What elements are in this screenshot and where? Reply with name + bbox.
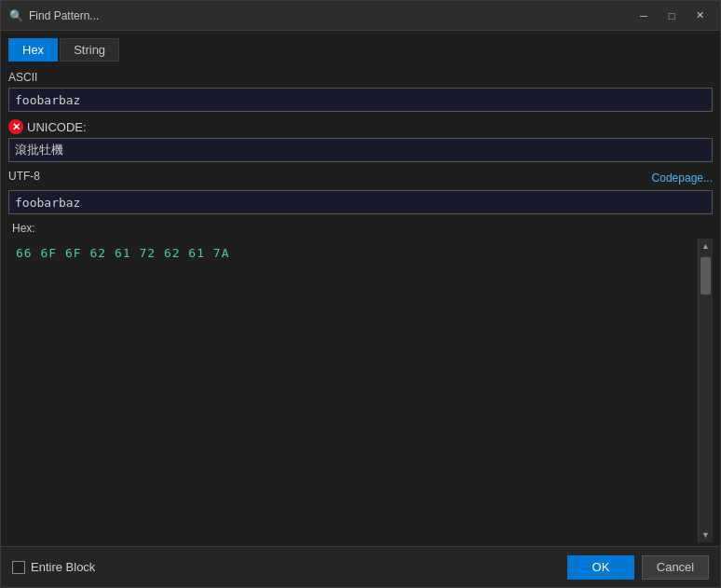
cancel-button[interactable]: Cancel	[642, 555, 709, 580]
unicode-error-icon: ✕	[8, 119, 23, 134]
ascii-label: ASCII	[8, 71, 713, 84]
unicode-section: ✕ UNICODE:	[8, 119, 713, 162]
utf8-label: UTF-8	[8, 170, 40, 183]
dialog-content: Hex String ASCII ✕ UNICODE: UTF-8 Codepa…	[1, 31, 720, 546]
unicode-input[interactable]	[8, 138, 713, 162]
scrollbar-thumb[interactable]	[701, 257, 711, 294]
footer-buttons: OK Cancel	[567, 555, 709, 580]
utf8-section: UTF-8 Codepage...	[8, 170, 713, 214]
scroll-up-arrow[interactable]: ▲	[699, 239, 714, 253]
hex-display-wrapper: 66 6F 6F 62 61 72 62 61 7A ▲ ▼	[8, 239, 713, 542]
maximize-button[interactable]: □	[659, 6, 685, 26]
ascii-input[interactable]	[8, 88, 713, 112]
entire-block-checkbox[interactable]	[12, 561, 25, 574]
entire-block-label: Entire Block	[31, 560, 95, 574]
utf8-input[interactable]	[8, 190, 713, 214]
unicode-label-row: ✕ UNICODE:	[8, 119, 713, 134]
ascii-section: ASCII	[8, 71, 713, 112]
footer-left: Entire Block	[12, 560, 95, 574]
close-button[interactable]: ✕	[687, 6, 713, 26]
hex-label: Hex:	[8, 222, 713, 235]
minimize-button[interactable]: ─	[631, 6, 657, 26]
unicode-label-text: UNICODE:	[27, 120, 87, 134]
find-pattern-window: 🔍 Find Pattern... ─ □ ✕ Hex String ASCII…	[0, 0, 721, 588]
ok-button[interactable]: OK	[567, 555, 634, 580]
dialog-footer: Entire Block OK Cancel	[1, 546, 720, 587]
scroll-down-arrow[interactable]: ▼	[699, 527, 714, 542]
title-bar-controls: ─ □ ✕	[631, 6, 713, 26]
hex-section: Hex: 66 6F 6F 62 61 72 62 61 7A ▲ ▼	[8, 222, 713, 542]
tab-hex[interactable]: Hex	[8, 38, 58, 62]
title-bar: 🔍 Find Pattern... ─ □ ✕	[1, 1, 720, 31]
window-icon: 🔍	[8, 8, 23, 23]
window-title: Find Pattern...	[29, 9, 631, 22]
scrollbar-track: ▲ ▼	[698, 239, 713, 542]
hex-bytes: 66 6F 6F 62 61 72 62 61 7A	[16, 246, 690, 260]
codepage-link[interactable]: Codepage...	[652, 171, 713, 185]
utf8-label-row: UTF-8 Codepage...	[8, 170, 713, 186]
tab-bar: Hex String	[8, 38, 713, 62]
scrollbar-thumb-area	[699, 253, 713, 527]
entire-block-checkbox-wrapper[interactable]: Entire Block	[12, 560, 95, 574]
hex-display: 66 6F 6F 62 61 72 62 61 7A	[8, 239, 698, 542]
tab-string[interactable]: String	[60, 38, 119, 62]
